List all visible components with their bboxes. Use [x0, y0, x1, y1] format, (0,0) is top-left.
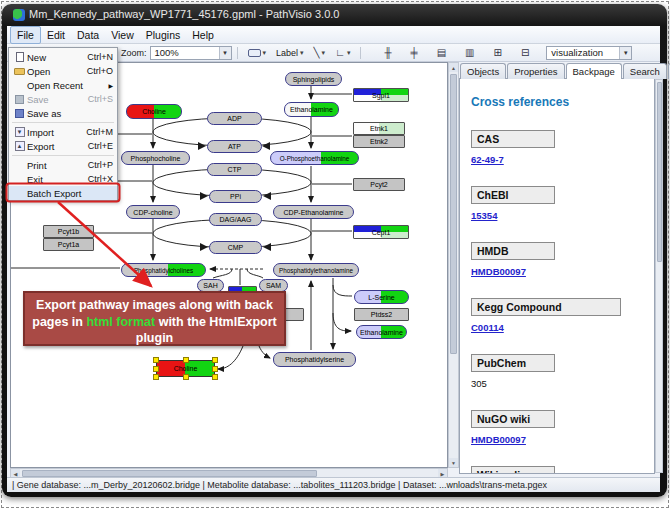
xref-section-wikipedia: Wikipedia Choline [471, 466, 654, 474]
menu-separator [12, 122, 114, 123]
menu-file[interactable]: File [10, 26, 41, 44]
label-tool-button[interactable]: Label ▾ [272, 45, 308, 60]
node-cdp-ethanolamine[interactable]: CDP-Ethanolamine [273, 205, 354, 219]
backpage-scrollbar[interactable] [655, 79, 663, 473]
export-icon: ▲ [12, 141, 27, 151]
common-size-button[interactable]: ⊞ [490, 45, 506, 60]
node-ppi[interactable]: PPi [209, 190, 262, 203]
file-menu-open[interactable]: OpenCtrl+O [9, 64, 117, 78]
node-atp[interactable]: ATP [207, 140, 262, 153]
status-bar: | Gene database: ...m_Derby_20120602.bri… [7, 477, 660, 492]
save-as-icon [12, 109, 27, 118]
file-menu-new[interactable]: NewCtrl+N [9, 50, 117, 64]
node-phosphatidylcholines[interactable]: Phosphatidylcholines [121, 263, 206, 277]
gene-box-pcyt1b[interactable]: Pcyt1b [43, 225, 94, 238]
vertical-scroll-thumb[interactable] [450, 74, 457, 354]
selection-handle[interactable] [212, 374, 218, 380]
selection-handle[interactable] [153, 366, 159, 372]
editor-vertical-scrollbar[interactable]: ▲ ▼ [448, 62, 459, 468]
xref-link[interactable]: 62-49-7 [471, 154, 654, 165]
menu-plugins[interactable]: Plugins [140, 27, 186, 43]
line-tool-button[interactable]: ╲ ▾ [310, 45, 330, 60]
menu-edit[interactable]: Edit [41, 27, 71, 43]
gene-box-sgpl1[interactable]: Sgpl1 [353, 88, 409, 102]
xref-source-name: HMDB [471, 242, 555, 260]
toolbar-separator [237, 47, 238, 59]
xref-value: 305 [471, 378, 654, 389]
file-menu-import[interactable]: ▼ ImportCtrl+M [9, 125, 117, 139]
xref-link[interactable]: 15354 [471, 210, 654, 221]
annotation-highlight: html format [86, 315, 155, 329]
zoom-label: Zoom: [121, 48, 147, 58]
scroll-down-icon[interactable]: ▼ [449, 458, 458, 467]
zoom-combobox[interactable]: 100% ▾ [150, 46, 232, 60]
node-phosphatidylserine[interactable]: Phosphatidylserine [273, 352, 356, 367]
xref-link[interactable]: HMDB00097 [471, 266, 654, 277]
selection-handle[interactable] [212, 366, 218, 372]
selection-handle[interactable] [153, 374, 159, 380]
gene-box-ptdss2[interactable]: Ptdss2 [354, 308, 409, 321]
node-sphingolipids[interactable]: Sphingolipids [285, 72, 342, 86]
selection-handle[interactable] [153, 357, 159, 363]
connector-tool-icon: ∟ [335, 48, 345, 58]
node-ctp[interactable]: CTP [207, 163, 262, 176]
file-menu-batch-export[interactable]: Batch Export [9, 186, 117, 200]
tab-properties[interactable]: Properties [507, 63, 564, 79]
zoom-dropdown-icon[interactable]: ▾ [219, 47, 231, 59]
tab-search[interactable]: Search [623, 63, 667, 79]
gene-box-etnk1[interactable]: Etnk1 [353, 122, 405, 135]
selection-handle[interactable] [183, 374, 189, 380]
menu-data[interactable]: Data [71, 27, 105, 43]
align-middle-button[interactable]: ╪ [407, 45, 422, 60]
line-tool-icon: ╲ [314, 48, 320, 58]
node-adp[interactable]: ADP [207, 112, 262, 125]
new-document-icon [12, 52, 27, 62]
align-center-button[interactable]: ╫ [380, 45, 395, 60]
selection-handle[interactable] [183, 357, 189, 363]
file-menu-print[interactable]: PrintCtrl+P [9, 158, 117, 172]
gene-box-pcyt2[interactable]: Pcyt2 [353, 178, 405, 191]
node-phosphocholine[interactable]: Phosphocholine [121, 151, 190, 165]
connector-tool-button[interactable]: ∟ ▾ [331, 45, 354, 60]
node-cdp-choline[interactable]: CDP-choline [126, 205, 180, 219]
node-phosphatidylethanolamine[interactable]: Phosphatidylethanolamine [273, 263, 359, 277]
visualization-combobox[interactable]: visualization ▾ [546, 46, 632, 60]
node-choline[interactable]: Choline [126, 104, 182, 119]
gene-box-cept1[interactable]: Cept1 [353, 225, 409, 239]
menu-view[interactable]: View [105, 27, 140, 43]
node-l-serine[interactable]: L-Serine [354, 290, 409, 304]
cross-references-heading: Cross references [471, 95, 654, 109]
xref-link[interactable]: HMDB00097 [471, 434, 654, 445]
xref-section-chebi: ChEBI 15354 [471, 186, 654, 221]
menu-help[interactable]: Help [186, 27, 220, 43]
file-menu-save[interactable]: SaveCtrl+S [9, 92, 117, 106]
visualization-dropdown-icon[interactable]: ▾ [619, 47, 631, 59]
stack-horizontal-button[interactable]: ▥ [461, 45, 478, 60]
horizontal-scroll-thumb[interactable] [22, 470, 317, 477]
group-icon: ⊟ [521, 48, 529, 58]
scroll-up-icon[interactable]: ▲ [449, 63, 458, 72]
file-menu-open-recent[interactable]: Open Recent ▶ [9, 78, 117, 92]
gene-node-tool-button[interactable]: ▾ [244, 45, 271, 60]
selection-handle[interactable] [212, 357, 218, 363]
node-cmp[interactable]: CMP [209, 241, 262, 254]
group-button[interactable]: ⊟ [517, 45, 533, 60]
node-o-phosphoethanolamine[interactable]: O-Phosphoethanolamine [270, 151, 359, 165]
gene-box-etnk2[interactable]: Etnk2 [353, 135, 405, 148]
file-menu-export[interactable]: ▲ ExportCtrl+E [9, 139, 117, 153]
stack-vertical-button[interactable]: ▤ [433, 45, 450, 60]
xref-link[interactable]: C00114 [471, 322, 654, 333]
file-menu-save-as[interactable]: Save as [9, 106, 117, 120]
gene-box-pcyt1a[interactable]: Pcyt1a [43, 238, 94, 251]
node-choline-selected[interactable]: Choline [156, 360, 215, 377]
pathvisio-app-icon [13, 9, 25, 21]
file-menu-exit[interactable]: ExitCtrl+X [9, 172, 117, 186]
menu-bar: File Edit Data View Plugins Help [7, 26, 660, 44]
node-dag-aag[interactable]: DAG/AAG [209, 213, 262, 226]
node-ethanolamine-bottom[interactable]: Ethanolamine [356, 325, 407, 339]
node-ethanolamine[interactable]: Ethanolamine [284, 102, 339, 117]
toolbar-separator [360, 47, 361, 59]
backpage-scroll-thumb[interactable] [657, 82, 662, 262]
tab-objects[interactable]: Objects [460, 63, 506, 79]
tab-backpage[interactable]: Backpage [566, 63, 622, 79]
